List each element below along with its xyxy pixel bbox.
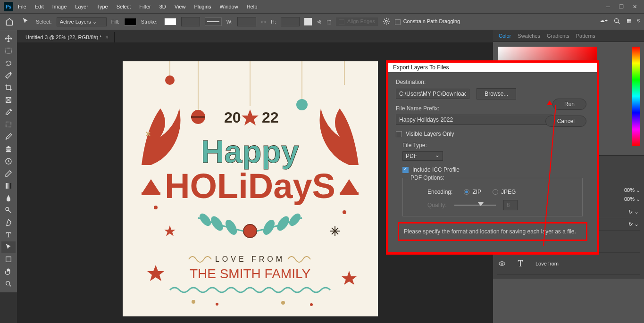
document-tab[interactable]: Untitled-3 @ 25% (22, RGB/8#) * × <box>20 32 115 42</box>
eyedropper-tool-icon[interactable] <box>1 107 16 118</box>
path-operations-icon[interactable] <box>304 18 312 25</box>
include-icc-checkbox[interactable]: Include ICC Profile <box>402 166 589 173</box>
height-input[interactable] <box>281 17 300 26</box>
tab-gradients[interactable]: Gradients <box>547 33 569 39</box>
stroke-label: Stroke: <box>141 19 158 25</box>
window-close-icon[interactable]: ✕ <box>631 3 638 10</box>
gear-icon[interactable] <box>383 17 390 26</box>
prefix-input[interactable] <box>396 115 552 125</box>
svg-point-37 <box>310 303 313 306</box>
window-restore-icon[interactable]: ❐ <box>618 3 625 10</box>
destination-label: Destination: <box>396 79 589 85</box>
fill-value[interactable]: 00% ⌄ <box>624 196 640 202</box>
svg-rect-5 <box>6 183 11 189</box>
frame-tool-icon[interactable] <box>1 94 16 106</box>
menu-layer[interactable]: Layer <box>71 2 92 11</box>
eraser-tool-icon[interactable] <box>1 168 16 179</box>
menu-help[interactable]: Help <box>243 2 261 11</box>
svg-point-24 <box>343 210 346 214</box>
path-alignment-icon[interactable]: ⫷ <box>317 19 322 25</box>
pen-tool-icon[interactable] <box>1 217 16 228</box>
svg-text:THE SMITH FAMILY: THE SMITH FAMILY <box>190 266 310 281</box>
width-input[interactable] <box>237 17 256 26</box>
menu-window[interactable]: Window <box>216 2 242 11</box>
select-mode-dropdown[interactable]: Active Layers ⌄ <box>57 17 107 26</box>
menu-type[interactable]: Type <box>93 2 112 11</box>
artboard: 20 22 Happy HOLiDayS <box>123 61 378 316</box>
tab-close-icon[interactable]: × <box>106 34 109 40</box>
svg-point-25 <box>243 224 257 238</box>
cancel-button[interactable]: Cancel <box>545 116 586 127</box>
encoding-zip-radio[interactable]: ZIP <box>464 189 481 195</box>
destination-input[interactable] <box>396 89 469 99</box>
visibility-icon[interactable] <box>499 260 505 267</box>
blur-tool-icon[interactable] <box>1 192 16 204</box>
menu-filter[interactable]: Filter <box>135 2 154 11</box>
zoom-tool-icon[interactable] <box>1 278 16 290</box>
visible-layers-checkbox[interactable]: Visible Layers Only <box>396 131 589 137</box>
workspace-icon[interactable]: ▦ <box>627 17 631 26</box>
menu-view[interactable]: View <box>171 2 190 11</box>
run-button[interactable]: Run <box>552 99 586 110</box>
search-icon[interactable] <box>613 17 621 26</box>
healing-brush-tool-icon[interactable] <box>1 119 16 130</box>
svg-point-26 <box>224 219 238 236</box>
svg-rect-17 <box>142 192 160 195</box>
stroke-swatch[interactable] <box>164 18 176 25</box>
menu-select[interactable]: Select <box>113 2 135 11</box>
menu-file[interactable]: File <box>14 2 30 11</box>
svg-text:20: 20 <box>224 109 241 126</box>
path-selection-tool-icon[interactable] <box>20 16 31 28</box>
menu-image[interactable]: Image <box>49 2 71 11</box>
home-icon[interactable] <box>4 16 15 27</box>
svg-point-15 <box>296 99 308 110</box>
encoding-label: Encoding: <box>427 189 452 195</box>
history-brush-tool-icon[interactable] <box>1 156 16 167</box>
stroke-width-input[interactable] <box>181 17 200 26</box>
browse-button[interactable]: Browse... <box>477 88 516 99</box>
fill-swatch[interactable] <box>124 18 136 25</box>
svg-text:HOLiDayS: HOLiDayS <box>165 166 335 206</box>
stroke-style-dropdown[interactable] <box>205 17 222 26</box>
opacity-value[interactable]: 00% ⌄ <box>624 187 640 193</box>
svg-point-1 <box>615 19 619 23</box>
crop-tool-icon[interactable] <box>1 82 16 93</box>
constrain-checkbox[interactable]: Constrain Path Dragging <box>395 18 460 25</box>
svg-text:22: 22 <box>262 109 279 126</box>
share-icon[interactable]: ⎋ <box>637 17 640 26</box>
encoding-jpeg-radio[interactable]: JPEG <box>493 189 516 195</box>
type-tool-icon[interactable] <box>1 229 16 240</box>
hand-tool-icon[interactable] <box>1 266 16 277</box>
tab-swatches[interactable]: Swatches <box>518 33 540 39</box>
svg-rect-2 <box>6 48 11 54</box>
hue-slider[interactable] <box>632 47 640 146</box>
window-minimize-icon[interactable]: ─ <box>604 3 612 10</box>
path-selection-tool-icon[interactable] <box>1 241 16 253</box>
svg-point-34 <box>192 300 195 304</box>
gradient-tool-icon[interactable] <box>1 180 16 191</box>
link-wh-icon[interactable]: ⊶ <box>261 19 266 25</box>
svg-point-10 <box>165 75 175 85</box>
svg-rect-7 <box>6 257 11 262</box>
layer-row[interactable]: T Love from <box>497 253 640 275</box>
menu-3d[interactable]: 3D <box>156 2 170 11</box>
move-tool-icon[interactable] <box>1 33 16 44</box>
rectangle-tool-icon[interactable] <box>1 254 16 265</box>
filetype-label: File Type: <box>402 142 589 149</box>
filetype-dropdown[interactable]: PDF <box>402 151 443 161</box>
menu-plugins[interactable]: Plugins <box>190 2 215 11</box>
clone-stamp-tool-icon[interactable] <box>1 143 16 155</box>
dodge-tool-icon[interactable] <box>1 205 16 216</box>
brush-tool-icon[interactable] <box>1 131 16 142</box>
svg-point-6 <box>6 207 9 211</box>
lasso-tool-icon[interactable] <box>1 58 16 69</box>
marquee-tool-icon[interactable] <box>1 45 16 57</box>
svg-point-0 <box>385 20 387 22</box>
ps-logo-icon: Ps <box>4 2 13 11</box>
tab-patterns[interactable]: Patterns <box>576 33 595 39</box>
path-arrangement-icon[interactable]: ⬚ <box>326 19 331 25</box>
magic-wand-tool-icon[interactable] <box>1 70 16 81</box>
cloud-docs-icon[interactable]: ☁+ <box>600 17 608 26</box>
menu-edit[interactable]: Edit <box>31 2 48 11</box>
tab-color[interactable]: Color <box>499 33 511 39</box>
